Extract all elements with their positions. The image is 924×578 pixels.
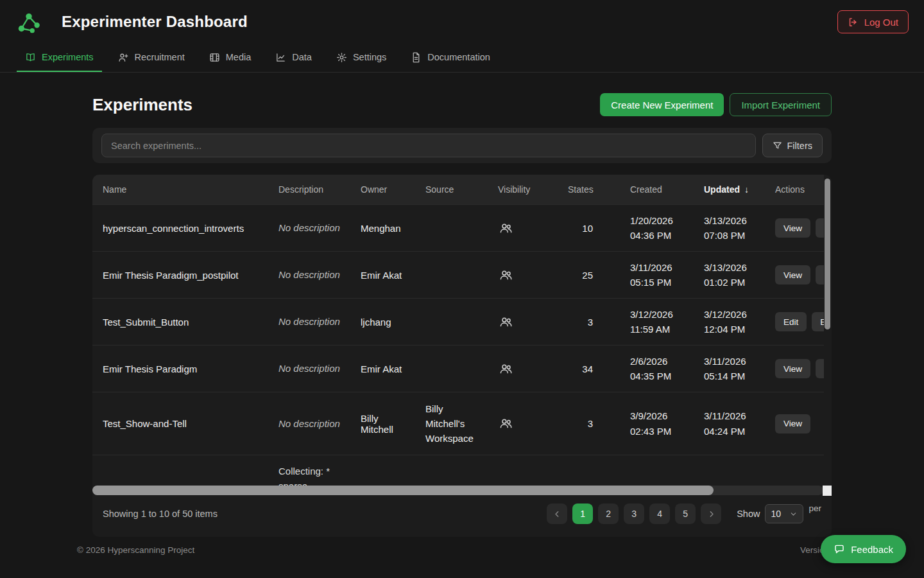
row-action-button[interactable]: Exp <box>812 312 824 331</box>
tab-label: Settings <box>353 52 386 62</box>
row-states: 25 <box>558 270 620 281</box>
col-header-source[interactable]: Source <box>415 184 488 195</box>
per-page-select[interactable]: 10 <box>765 504 803 523</box>
page-button-1[interactable]: 1 <box>572 504 593 524</box>
col-header-visibility[interactable]: Visibility <box>488 184 558 195</box>
table-row[interactable]: Collecting: * sparse <box>92 455 824 486</box>
filters-label: Filters <box>787 141 812 151</box>
visibility-users-icon <box>499 362 513 376</box>
filter-funnel-icon <box>773 141 782 150</box>
col-header-updated-sorted[interactable]: Updated ↓ <box>694 184 765 195</box>
chart-icon <box>275 52 286 63</box>
tab-label: Experiments <box>42 52 94 62</box>
row-description: No description <box>268 267 350 282</box>
visibility-users-icon <box>499 222 513 235</box>
row-states: 3 <box>558 418 620 429</box>
col-header-description[interactable]: Description <box>268 184 350 195</box>
row-owner: Menghan <box>350 223 415 234</box>
create-experiment-button[interactable]: Create New Experiment <box>600 93 724 116</box>
row-name: Test_Show-and-Tell <box>92 418 268 429</box>
col-header-created[interactable]: Created <box>620 184 694 195</box>
row-updated: 3/12/2026 12:04 PM <box>694 307 765 337</box>
tab-media[interactable]: Media <box>201 44 260 72</box>
search-panel: Filters <box>92 128 832 163</box>
col-header-states[interactable]: States <box>558 184 620 195</box>
col-header-updated-label: Updated <box>704 184 740 195</box>
row-actions: ViewEx <box>765 359 824 378</box>
feedback-button[interactable]: Feedback <box>821 535 906 563</box>
filters-button[interactable]: Filters <box>762 134 823 157</box>
table-row[interactable]: Emir Thesis Paradigm No description Emir… <box>92 345 824 392</box>
row-name: Test_Submit_Button <box>92 317 268 328</box>
vertical-scrollbar[interactable] <box>825 176 830 495</box>
logout-icon <box>848 17 859 28</box>
copyright-text: © 2026 Hyperscanning Project <box>77 545 194 555</box>
table-row[interactable]: Emir Thesis Paradigm_postpilot No descri… <box>92 251 824 298</box>
sort-descending-icon: ↓ <box>744 184 749 195</box>
tab-label: Documentation <box>427 52 490 62</box>
row-action-button[interactable]: View <box>775 218 810 238</box>
horizontal-scrollbar-thumb[interactable] <box>92 486 714 495</box>
vertical-scrollbar-thumb[interactable] <box>825 179 830 329</box>
tab-documentation[interactable]: Documentation <box>402 44 499 72</box>
row-action-button[interactable]: Ex <box>816 359 824 378</box>
row-owner: Billy Mitchell <box>350 413 415 435</box>
row-action-button[interactable]: View <box>775 359 810 378</box>
row-updated: 3/13/2026 07:08 PM <box>694 213 765 243</box>
page-buttons: 12345 <box>572 504 696 524</box>
row-actions: EditExp <box>765 312 824 331</box>
search-input[interactable] <box>101 134 756 157</box>
table-row[interactable]: hyperscan_connection_introverts No descr… <box>92 204 824 251</box>
feedback-label: Feedback <box>851 544 893 555</box>
page-title: Experiments <box>92 95 193 115</box>
tab-settings[interactable]: Settings <box>328 44 395 72</box>
logout-button[interactable]: Log Out <box>837 10 909 33</box>
table-row[interactable]: Test_Show-and-Tell No description Billy … <box>92 392 824 455</box>
row-action-button[interactable]: Ex <box>816 218 824 238</box>
previous-page-button[interactable] <box>547 504 567 524</box>
horizontal-scrollbar[interactable] <box>92 486 823 495</box>
document-icon <box>411 52 422 63</box>
col-header-actions: Actions <box>765 184 824 195</box>
table-row[interactable]: Test_Submit_Button No description ljchan… <box>92 298 824 345</box>
row-visibility <box>488 362 558 376</box>
chat-bubble-icon <box>834 543 845 555</box>
per-label: per <box>809 504 821 513</box>
row-created: 1/20/2026 04:36 PM <box>620 213 694 243</box>
row-actions: ViewEx <box>765 265 824 285</box>
show-label: Show <box>737 509 760 519</box>
row-action-button[interactable]: View <box>775 414 810 434</box>
row-action-button[interactable]: View <box>775 265 810 285</box>
tab-recruitment[interactable]: Recruitment <box>110 44 193 72</box>
page-button-2[interactable]: 2 <box>598 504 619 524</box>
table-body: hyperscan_connection_introverts No descr… <box>92 204 832 486</box>
row-visibility <box>488 222 558 235</box>
col-header-owner[interactable]: Owner <box>350 184 415 195</box>
app-logo-network-icon <box>15 8 42 35</box>
row-visibility <box>488 315 558 329</box>
chevron-down-icon <box>789 510 798 518</box>
page-footer: © 2026 Hyperscanning Project Version <box>0 537 924 555</box>
row-created: 3/9/2026 02:43 PM <box>620 408 694 439</box>
top-bar: Experimenter Dashboard Log Out <box>0 0 924 44</box>
next-page-button[interactable] <box>701 504 721 524</box>
row-updated: 3/11/2026 04:24 PM <box>694 408 765 439</box>
col-header-name[interactable]: Name <box>92 184 268 195</box>
tab-data[interactable]: Data <box>267 44 320 72</box>
tab-experiments[interactable]: Experiments <box>17 44 102 72</box>
page-button-5[interactable]: 5 <box>675 504 696 524</box>
row-description: No description <box>268 361 350 376</box>
tab-label: Media <box>226 52 252 62</box>
row-action-button[interactable]: Ex <box>816 265 824 285</box>
experiments-table-card: Name Description Owner Source Visibility… <box>92 175 832 537</box>
film-icon <box>209 52 220 63</box>
row-action-button[interactable]: Edit <box>775 312 807 331</box>
visibility-users-icon <box>499 268 513 282</box>
row-description: No description <box>268 220 350 235</box>
import-experiment-button[interactable]: Import Experiment <box>730 93 832 116</box>
row-updated: 3/11/2026 05:14 PM <box>694 354 765 384</box>
row-owner: Emir Akat <box>350 270 415 281</box>
page-button-3[interactable]: 3 <box>624 504 644 524</box>
page-button-4[interactable]: 4 <box>649 504 670 524</box>
row-owner: Emir Akat <box>350 363 415 374</box>
